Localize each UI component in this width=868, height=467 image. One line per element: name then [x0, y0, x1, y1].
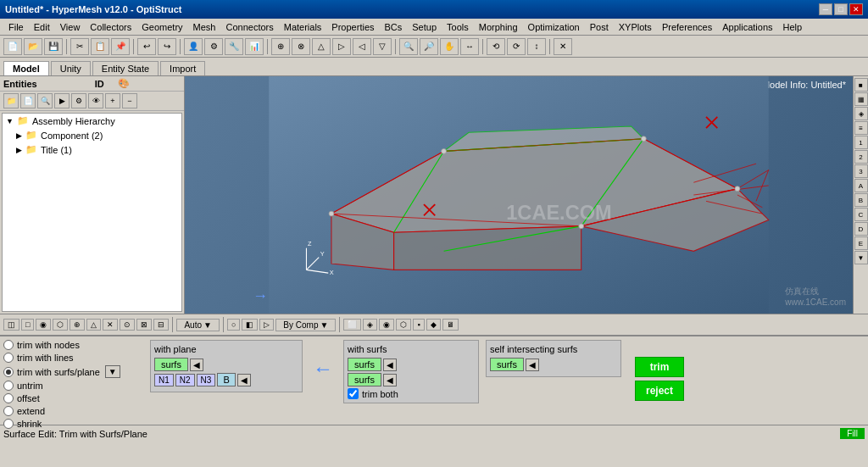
bt-btn-10[interactable]: ⊟ [153, 319, 169, 331]
surfs-btn-2[interactable]: surfs [348, 373, 381, 386]
surfs-arrow-btn-2[interactable]: ◀ [383, 374, 397, 386]
rt-btn-4[interactable]: ≡ [854, 121, 868, 135]
auto-dropdown[interactable]: Auto ▼ [176, 319, 219, 331]
menu-help[interactable]: Help [778, 20, 808, 34]
entity-tb-1[interactable]: 📁 [3, 93, 19, 108]
menu-setup[interactable]: Setup [407, 20, 442, 34]
tb-btn-6[interactable]: 📌 [111, 38, 130, 55]
menu-preferences[interactable]: Preferences [657, 20, 717, 34]
tab-entity-state[interactable]: Entity State [92, 61, 159, 75]
expand-title-icon[interactable]: ▶ [16, 146, 22, 154]
menu-morphing[interactable]: Morphing [474, 20, 523, 34]
rt-btn-12[interactable]: E [854, 236, 868, 250]
radio-btn-lines[interactable] [3, 353, 14, 363]
menu-applications[interactable]: Applications [717, 20, 777, 34]
tb-btn-21[interactable]: ✋ [440, 38, 459, 55]
rt-btn-3[interactable]: ◈ [854, 107, 868, 120]
bt-btn-17[interactable]: ◆ [426, 319, 441, 331]
menu-post[interactable]: Post [585, 20, 614, 34]
menu-connectors[interactable]: Connectors [220, 20, 278, 34]
close-panel-btn[interactable]: ✕ [554, 38, 572, 55]
entity-tb-7[interactable]: + [105, 93, 120, 108]
tb-btn-7[interactable]: ↩ [137, 38, 156, 55]
rt-btn-2[interactable]: ▦ [854, 92, 868, 106]
maximize-button[interactable]: □ [834, 3, 848, 15]
radio-btn-untrim[interactable] [3, 381, 14, 391]
tb-btn-13[interactable]: ⊕ [271, 38, 290, 55]
bt-btn-13[interactable]: ◈ [363, 319, 377, 331]
minimize-button[interactable]: ─ [819, 3, 832, 15]
menu-view[interactable]: View [55, 20, 86, 34]
bt-btn-4[interactable]: ⬡ [53, 319, 68, 331]
rt-btn-8[interactable]: A [854, 179, 868, 192]
bt-btn-18[interactable]: 🖥 [442, 319, 459, 331]
plane-n2-btn[interactable]: N2 [175, 374, 195, 386]
tb-btn-10[interactable]: ⚙ [204, 38, 223, 55]
radio-untrim[interactable]: untrim [3, 381, 143, 391]
by-comp-dropdown[interactable]: By Comp ▼ [275, 319, 336, 331]
radio-btn-extend[interactable] [3, 406, 14, 416]
tab-model[interactable]: Model [3, 61, 49, 75]
rt-btn-1[interactable]: ■ [854, 78, 868, 92]
menu-geometry[interactable]: Geometry [136, 20, 187, 34]
plane-nodes-arrow-btn[interactable]: ◀ [237, 374, 251, 386]
bt-btn-3[interactable]: ◉ [36, 319, 51, 331]
plane-n3-btn[interactable]: N3 [197, 374, 216, 386]
radio-btn-shrink[interactable] [3, 419, 14, 429]
tab-unity[interactable]: Unity [51, 61, 91, 75]
viewport[interactable]: Model Info: Untitled* [185, 76, 853, 314]
menu-edit[interactable]: Edit [29, 20, 55, 34]
bt-btn-7[interactable]: ✕ [103, 319, 118, 331]
expand-assembly-icon[interactable]: ▼ [6, 117, 14, 125]
bt-btn-1[interactable]: ◫ [3, 319, 19, 331]
entity-tb-5[interactable]: ⚙ [71, 93, 86, 108]
plane-surfs-arrow-btn[interactable]: ◀ [190, 359, 203, 371]
tb-btn-25[interactable]: ↕ [527, 38, 546, 55]
plane-b-btn[interactable]: B [217, 373, 235, 386]
self-surfs-btn[interactable]: surfs [490, 358, 524, 371]
menu-materials[interactable]: Materials [279, 20, 327, 34]
tb-btn-14[interactable]: ⊗ [292, 38, 310, 55]
tb-btn-12[interactable]: 📊 [245, 38, 264, 55]
tb-btn-4[interactable]: ✂ [70, 38, 89, 55]
tab-import[interactable]: Import [160, 61, 205, 75]
radio-offset[interactable]: offset [3, 393, 143, 403]
save-button[interactable]: 💾 [44, 38, 63, 55]
tb-btn-11[interactable]: 🔧 [225, 38, 243, 55]
tb-btn-17[interactable]: ◁ [353, 38, 371, 55]
bt-btn-8[interactable]: ⊙ [120, 319, 135, 331]
bt-btn-2[interactable]: □ [21, 319, 34, 331]
bt-btn-6[interactable]: △ [86, 319, 101, 331]
trim-button[interactable]: trim [635, 357, 684, 377]
bt-cube-btn[interactable]: ◧ [242, 319, 258, 331]
bt-btn-16[interactable]: ▪ [413, 319, 424, 331]
radio-btn-offset[interactable] [3, 393, 14, 403]
rt-btn-6[interactable]: 2 [854, 150, 868, 164]
tb-btn-20[interactable]: 🔎 [420, 38, 438, 55]
radio-btn-nodes[interactable] [3, 340, 14, 350]
bt-btn-12[interactable]: ⬜ [343, 319, 361, 331]
rt-btn-11[interactable]: D [854, 222, 868, 236]
plane-surfs-btn[interactable]: surfs [154, 358, 188, 371]
entity-row-title[interactable]: ▶ 📁 Title (1) [3, 142, 181, 157]
menu-file[interactable]: File [3, 20, 29, 34]
rt-btn-5[interactable]: 1 [854, 136, 868, 149]
close-button[interactable]: ✕ [849, 3, 863, 15]
new-button[interactable]: 📄 [3, 38, 22, 55]
rt-btn-13[interactable]: ▼ [854, 251, 868, 264]
tb-btn-18[interactable]: ▽ [373, 38, 392, 55]
bt-btn-9[interactable]: ⊠ [136, 319, 152, 331]
reject-button[interactable]: reject [635, 381, 684, 401]
radio-trim-surfs[interactable]: trim with surfs/plane ▼ [3, 365, 143, 378]
rt-btn-9[interactable]: B [854, 193, 868, 207]
menu-bcs[interactable]: BCs [380, 20, 408, 34]
bt-btn-15[interactable]: ⬡ [396, 319, 411, 331]
bt-sphere-btn[interactable]: ○ [227, 319, 240, 331]
tb-btn-16[interactable]: ▷ [332, 38, 351, 55]
radio-trim-lines[interactable]: trim with lines [3, 353, 143, 363]
surfs-btn-1[interactable]: surfs [348, 358, 381, 371]
bt-btn-11[interactable]: ▷ [259, 319, 274, 331]
bt-btn-5[interactable]: ⊕ [70, 319, 85, 331]
radio-btn-surfs[interactable] [3, 367, 14, 377]
rt-btn-10[interactable]: C [854, 208, 868, 221]
